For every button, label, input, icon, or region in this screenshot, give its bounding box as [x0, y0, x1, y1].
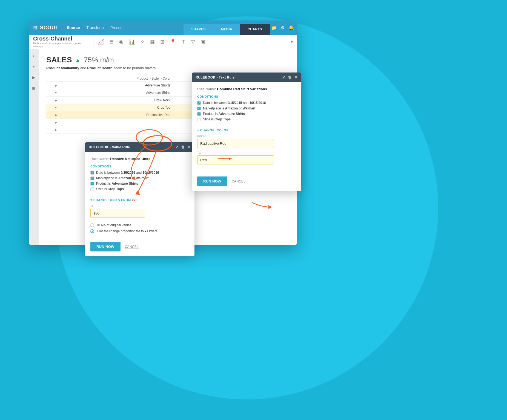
sidebar-add-icon[interactable]: +	[30, 63, 38, 70]
sales-desc-product-availability: Product Availability	[46, 66, 79, 70]
condition-text-t2: Product is Adventure Shirts	[203, 112, 245, 116]
cancel-button-text[interactable]: CANCEL	[232, 179, 245, 183]
row-label-radioactive-red: Radioactive Red	[60, 111, 173, 119]
dialog-header-icons: ⤢ 🗑 ✕	[175, 145, 191, 149]
checkbox-t3[interactable]	[197, 118, 201, 121]
condition-item-2: ✓ Product is Adventure Shirts	[90, 182, 189, 186]
column-chart-icon[interactable]: 📊	[129, 39, 135, 45]
radio-item-1: Allocate change proportionate to ▾ Order…	[90, 229, 189, 233]
close-icon-text[interactable]: ✕	[294, 75, 298, 79]
nav-present[interactable]: Present	[110, 25, 124, 30]
checkbox-t1[interactable]: ✓	[197, 107, 201, 110]
sales-title: SALES	[46, 56, 72, 64]
filter-icon[interactable]: ▽	[191, 39, 195, 45]
toolbar-subtitle: High spend campaigns focus on mobile str…	[33, 42, 89, 48]
rule-name-value-text: Combine Red Shirt Variations	[217, 87, 267, 91]
checkbox-0[interactable]: ✓	[90, 171, 94, 175]
close-icon[interactable]: ✕	[188, 145, 191, 149]
rule-name-row-text: Rule Name: Combine Red Shirt Variations	[197, 87, 296, 91]
to-value-input[interactable]	[90, 209, 145, 218]
condition-text-t3: Style is Crop Tops	[203, 117, 231, 121]
expand-btn[interactable]: ▼	[55, 91, 57, 94]
toolbar-icons: 📈 ☰ ◉ 📊 ⁘ ▦ ⊞ 📍 ⊤ ▽ ▣ ▾	[93, 39, 293, 45]
condition-text-1: Marketplace is Amazon or Walmart	[96, 176, 149, 180]
nav-source[interactable]: Source	[67, 25, 80, 30]
expand-btn[interactable]: ▶	[55, 114, 57, 117]
pie-chart-icon[interactable]: ◉	[119, 39, 124, 45]
change-section-text: ▾ CHANGE: COLOR FROM TO	[197, 125, 296, 168]
radio-0[interactable]	[90, 223, 94, 227]
to-value-input-text[interactable]	[197, 155, 274, 164]
grid-icon: ⊞	[33, 25, 37, 31]
toolbar-title-area: Cross-Channel High spend campaigns focus…	[33, 36, 93, 48]
delete-icon-text[interactable]: 🗑	[288, 75, 292, 79]
change-label-text: ▾ CHANGE: COLOR	[197, 129, 296, 132]
expand-btn[interactable]: ▶	[55, 99, 57, 102]
checkbox-t2[interactable]: ✓	[197, 112, 201, 116]
expand-icon-text[interactable]: ⤢	[282, 75, 285, 79]
dialog-actions-text: RUN NOW CANCEL	[197, 173, 296, 186]
grid-icon[interactable]: ⊞	[160, 39, 164, 45]
row-label-empty1	[60, 119, 173, 126]
rule-name-row: Rule Name: Resolve Returned Units	[90, 157, 189, 161]
tab-media[interactable]: MEDIA	[213, 24, 240, 35]
tab-shapes[interactable]: SHAPES	[184, 24, 213, 35]
left-sidebar: › + ▶ ⊞	[29, 49, 39, 245]
sidebar-play-icon[interactable]: ▶	[30, 74, 38, 81]
from-label-text: FROM	[197, 135, 296, 138]
gear-icon[interactable]: ⚙	[281, 25, 285, 30]
layout-icon[interactable]: ▣	[200, 39, 205, 45]
app-logo: SCOUT	[40, 25, 59, 31]
sales-desc-and: and	[80, 66, 87, 70]
row-label-adventure-shirts: Adventure Shirts	[60, 89, 173, 97]
dialog-body-text-rule: Rule Name: Combine Red Shirt Variations …	[192, 82, 301, 191]
more-icon[interactable]: ▾	[291, 40, 293, 44]
sales-desc-suffix: seem to be primary drivers.	[113, 66, 157, 70]
run-now-button-text[interactable]: RUN NOW	[197, 176, 227, 186]
radio-1[interactable]	[90, 229, 94, 233]
row-label-adventure-shorts: Adventure Shorts	[60, 82, 173, 89]
scatter-icon[interactable]: ⁘	[141, 39, 145, 45]
sidebar-grid-icon[interactable]: ⊞	[30, 85, 38, 92]
checkbox-t0[interactable]: ✓	[197, 101, 201, 105]
expand-btn[interactable]: ▶	[55, 128, 57, 131]
sidebar-chevron-icon[interactable]: ›	[30, 52, 38, 59]
folder-icon[interactable]: 📁	[271, 25, 277, 30]
nav-transform[interactable]: Transform	[86, 25, 104, 30]
checkbox-1[interactable]: ✓	[90, 176, 94, 180]
to-label-text: TO	[197, 151, 296, 154]
map-icon[interactable]: 📍	[170, 39, 176, 45]
rule-name-label-text: Rule Name:	[197, 87, 216, 91]
toolbar: Cross-Channel High spend campaigns focus…	[29, 35, 297, 49]
dialog-header-text-rule: RULEBOOK - Text Rule ⤢ 🗑 ✕	[192, 73, 301, 82]
condition-item-t0: ✓ Data is between 9/15/2015 and 10/15/20…	[197, 101, 296, 105]
dialog-header-icons-text: ⤢ 🗑 ✕	[282, 75, 298, 79]
dialog-actions-value: RUN NOW CANCEL	[90, 238, 189, 251]
expand-btn[interactable]: ▶	[55, 84, 57, 87]
table-icon[interactable]: ▦	[150, 39, 155, 45]
delete-icon[interactable]: 🗑	[181, 145, 185, 149]
condition-text-t1: Marketplace is Amazon or Walmart	[203, 106, 256, 110]
condition-text-3: Style is Crop Tops	[96, 187, 124, 191]
cancel-button-value[interactable]: CANCEL	[125, 245, 139, 249]
run-now-button-value[interactable]: RUN NOW	[90, 242, 121, 251]
text-rule-dialog: RULEBOOK - Text Rule ⤢ 🗑 ✕ Rule Name: Co…	[192, 73, 301, 191]
condition-item-t3: Style is Crop Tops	[197, 117, 296, 121]
col-product: Product > Style > Color	[60, 76, 173, 82]
checkbox-3[interactable]	[90, 187, 94, 191]
bar-chart-icon[interactable]: ☰	[109, 39, 114, 45]
line-chart-icon[interactable]: 📈	[98, 39, 104, 45]
sales-arrow: ▲	[75, 57, 81, 63]
from-value-input-text[interactable]	[197, 139, 274, 148]
change-label: ▾ CHANGE: UNITS FROM 229	[90, 198, 189, 202]
change-section: ▾ CHANGE: UNITS FROM 229 TO 78.6% of ori…	[90, 195, 189, 233]
expand-btn[interactable]: ▶	[55, 121, 57, 124]
checkbox-2[interactable]: ✓	[90, 182, 94, 186]
funnel-icon[interactable]: ⊤	[181, 39, 186, 45]
bell-icon[interactable]: 🔔	[288, 25, 294, 30]
to-label-value: TO	[90, 205, 189, 208]
expand-icon[interactable]: ⤢	[175, 145, 179, 149]
radio-label-0: 78.6% of original values	[96, 223, 131, 227]
tab-charts[interactable]: CHARTS	[240, 24, 270, 35]
expand-btn[interactable]: ▼	[55, 106, 57, 109]
